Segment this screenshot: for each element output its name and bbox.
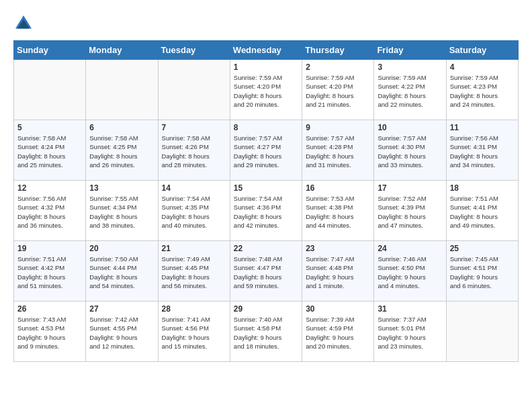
calendar-cell: 27Sunrise: 7:42 AM Sunset: 4:55 PM Dayli… (86, 302, 158, 362)
day-number: 2 (306, 62, 370, 72)
day-number: 4 (450, 62, 515, 72)
calendar-cell: 6Sunrise: 7:58 AM Sunset: 4:25 PM Daylig… (86, 120, 158, 181)
day-info: Sunrise: 7:47 AM Sunset: 4:48 PM Dayligh… (306, 255, 370, 290)
calendar-cell: 26Sunrise: 7:43 AM Sunset: 4:53 PM Dayli… (14, 302, 86, 362)
calendar-cell: 4Sunrise: 7:59 AM Sunset: 4:23 PM Daylig… (446, 60, 518, 120)
calendar-cell: 8Sunrise: 7:57 AM Sunset: 4:27 PM Daylig… (230, 120, 302, 181)
day-number: 28 (162, 304, 226, 314)
day-number: 13 (89, 183, 154, 193)
page-header (13, 13, 519, 34)
day-number: 5 (17, 123, 82, 132)
day-number: 31 (378, 304, 442, 314)
calendar-cell: 28Sunrise: 7:41 AM Sunset: 4:56 PM Dayli… (158, 302, 230, 362)
day-info: Sunrise: 7:57 AM Sunset: 4:28 PM Dayligh… (306, 134, 370, 169)
day-number: 24 (378, 244, 442, 253)
calendar-cell: 22Sunrise: 7:48 AM Sunset: 4:47 PM Dayli… (230, 241, 302, 302)
day-info: Sunrise: 7:45 AM Sunset: 4:51 PM Dayligh… (450, 255, 515, 290)
day-info: Sunrise: 7:51 AM Sunset: 4:41 PM Dayligh… (450, 194, 515, 230)
day-number: 3 (378, 62, 442, 72)
calendar-cell: 13Sunrise: 7:55 AM Sunset: 4:34 PM Dayli… (86, 181, 158, 241)
calendar-cell: 17Sunrise: 7:52 AM Sunset: 4:39 PM Dayli… (374, 181, 446, 241)
day-info: Sunrise: 7:58 AM Sunset: 4:24 PM Dayligh… (17, 134, 82, 169)
calendar-cell: 1Sunrise: 7:59 AM Sunset: 4:20 PM Daylig… (230, 60, 302, 120)
day-info: Sunrise: 7:48 AM Sunset: 4:47 PM Dayligh… (234, 255, 298, 290)
calendar-cell: 23Sunrise: 7:47 AM Sunset: 4:48 PM Dayli… (302, 241, 374, 302)
day-info: Sunrise: 7:59 AM Sunset: 4:20 PM Dayligh… (306, 73, 370, 109)
day-number: 16 (306, 183, 370, 193)
calendar-week-row: 5Sunrise: 7:58 AM Sunset: 4:24 PM Daylig… (14, 120, 519, 181)
calendar-day-header: Sunday (14, 41, 86, 60)
day-info: Sunrise: 7:42 AM Sunset: 4:55 PM Dayligh… (89, 315, 154, 351)
day-info: Sunrise: 7:56 AM Sunset: 4:32 PM Dayligh… (17, 194, 82, 230)
calendar-week-row: 1Sunrise: 7:59 AM Sunset: 4:20 PM Daylig… (14, 60, 519, 120)
calendar-cell (14, 60, 86, 120)
calendar-cell: 29Sunrise: 7:40 AM Sunset: 4:58 PM Dayli… (230, 302, 302, 362)
calendar-day-header: Tuesday (158, 41, 230, 60)
calendar-cell (158, 60, 230, 120)
calendar-cell: 18Sunrise: 7:51 AM Sunset: 4:41 PM Dayli… (446, 181, 518, 241)
calendar-week-row: 12Sunrise: 7:56 AM Sunset: 4:32 PM Dayli… (14, 181, 519, 241)
day-number: 14 (162, 183, 226, 193)
day-number: 17 (378, 183, 442, 193)
calendar-header-row: SundayMondayTuesdayWednesdayThursdayFrid… (14, 41, 519, 60)
day-number: 27 (89, 304, 154, 314)
day-number: 25 (450, 244, 515, 253)
calendar-table: SundayMondayTuesdayWednesdayThursdayFrid… (13, 40, 519, 362)
calendar-cell: 12Sunrise: 7:56 AM Sunset: 4:32 PM Dayli… (14, 181, 86, 241)
calendar-cell: 5Sunrise: 7:58 AM Sunset: 4:24 PM Daylig… (14, 120, 86, 181)
day-number: 22 (234, 244, 298, 253)
day-number: 21 (162, 244, 226, 253)
calendar-cell: 21Sunrise: 7:49 AM Sunset: 4:45 PM Dayli… (158, 241, 230, 302)
day-info: Sunrise: 7:56 AM Sunset: 4:31 PM Dayligh… (450, 134, 515, 169)
calendar-cell: 25Sunrise: 7:45 AM Sunset: 4:51 PM Dayli… (446, 241, 518, 302)
day-info: Sunrise: 7:41 AM Sunset: 4:56 PM Dayligh… (162, 315, 226, 351)
day-number: 10 (378, 123, 442, 132)
calendar-cell: 2Sunrise: 7:59 AM Sunset: 4:20 PM Daylig… (302, 60, 374, 120)
day-info: Sunrise: 7:51 AM Sunset: 4:42 PM Dayligh… (17, 255, 82, 290)
day-number: 11 (450, 123, 515, 132)
day-number: 18 (450, 183, 515, 193)
day-number: 20 (89, 244, 154, 253)
calendar-cell: 15Sunrise: 7:54 AM Sunset: 4:36 PM Dayli… (230, 181, 302, 241)
calendar-cell: 10Sunrise: 7:57 AM Sunset: 4:30 PM Dayli… (374, 120, 446, 181)
calendar-week-row: 26Sunrise: 7:43 AM Sunset: 4:53 PM Dayli… (14, 302, 519, 362)
calendar-day-header: Monday (86, 41, 158, 60)
day-info: Sunrise: 7:50 AM Sunset: 4:44 PM Dayligh… (89, 255, 154, 290)
calendar-week-row: 19Sunrise: 7:51 AM Sunset: 4:42 PM Dayli… (14, 241, 519, 302)
day-number: 26 (17, 304, 82, 314)
day-info: Sunrise: 7:39 AM Sunset: 4:59 PM Dayligh… (306, 315, 370, 351)
calendar-cell: 20Sunrise: 7:50 AM Sunset: 4:44 PM Dayli… (86, 241, 158, 302)
calendar-cell: 24Sunrise: 7:46 AM Sunset: 4:50 PM Dayli… (374, 241, 446, 302)
day-info: Sunrise: 7:55 AM Sunset: 4:34 PM Dayligh… (89, 194, 154, 230)
day-info: Sunrise: 7:57 AM Sunset: 4:30 PM Dayligh… (378, 134, 442, 169)
calendar-cell: 16Sunrise: 7:53 AM Sunset: 4:38 PM Dayli… (302, 181, 374, 241)
calendar-cell: 7Sunrise: 7:58 AM Sunset: 4:26 PM Daylig… (158, 120, 230, 181)
day-info: Sunrise: 7:59 AM Sunset: 4:23 PM Dayligh… (450, 73, 515, 109)
day-info: Sunrise: 7:59 AM Sunset: 4:20 PM Dayligh… (234, 73, 298, 109)
day-number: 8 (234, 123, 298, 132)
day-info: Sunrise: 7:37 AM Sunset: 5:01 PM Dayligh… (378, 315, 442, 351)
day-number: 12 (17, 183, 82, 193)
day-number: 23 (306, 244, 370, 253)
logo-icon (13, 13, 34, 34)
day-info: Sunrise: 7:40 AM Sunset: 4:58 PM Dayligh… (234, 315, 298, 351)
day-info: Sunrise: 7:49 AM Sunset: 4:45 PM Dayligh… (162, 255, 226, 290)
day-info: Sunrise: 7:46 AM Sunset: 4:50 PM Dayligh… (378, 255, 442, 290)
calendar-cell: 11Sunrise: 7:56 AM Sunset: 4:31 PM Dayli… (446, 120, 518, 181)
day-number: 7 (162, 123, 226, 132)
day-number: 9 (306, 123, 370, 132)
day-info: Sunrise: 7:54 AM Sunset: 4:35 PM Dayligh… (162, 194, 226, 230)
day-number: 1 (234, 62, 298, 72)
day-number: 29 (234, 304, 298, 314)
day-info: Sunrise: 7:43 AM Sunset: 4:53 PM Dayligh… (17, 315, 82, 351)
day-number: 15 (234, 183, 298, 193)
day-info: Sunrise: 7:53 AM Sunset: 4:38 PM Dayligh… (306, 194, 370, 230)
day-number: 19 (17, 244, 82, 253)
calendar-cell: 9Sunrise: 7:57 AM Sunset: 4:28 PM Daylig… (302, 120, 374, 181)
calendar-cell (446, 302, 518, 362)
calendar-cell: 14Sunrise: 7:54 AM Sunset: 4:35 PM Dayli… (158, 181, 230, 241)
day-number: 30 (306, 304, 370, 314)
calendar-day-header: Friday (374, 41, 446, 60)
day-info: Sunrise: 7:52 AM Sunset: 4:39 PM Dayligh… (378, 194, 442, 230)
day-info: Sunrise: 7:58 AM Sunset: 4:25 PM Dayligh… (89, 134, 154, 169)
